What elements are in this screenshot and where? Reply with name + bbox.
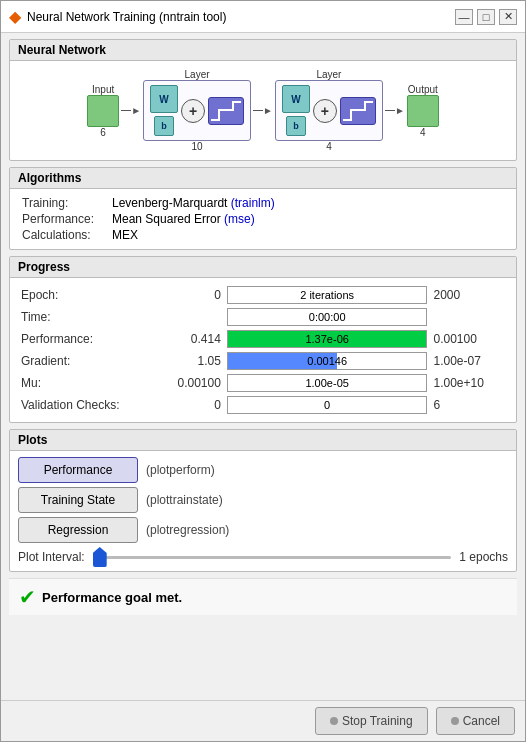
prog-bar-2: 1.37e-06 bbox=[224, 328, 431, 350]
plots-section: Plots Performance (plotperform) Training… bbox=[9, 429, 517, 572]
bias1-box: b bbox=[154, 116, 174, 136]
progress-row: Mu: 0.00100 1.00e-05 1.00e+10 bbox=[18, 372, 508, 394]
prog-bar-3: 0.00146 bbox=[224, 350, 431, 372]
window-title: Neural Network Training (nntrain tool) bbox=[27, 10, 226, 24]
algo-calc-row: Calculations: MEX bbox=[18, 227, 508, 243]
title-bar-left: ◆ Neural Network Training (nntrain tool) bbox=[9, 7, 226, 26]
bottom-bar: Stop Training Cancel bbox=[1, 700, 525, 741]
plot-hint-1: (plottrainstate) bbox=[146, 493, 223, 507]
layer2-label: Layer bbox=[316, 69, 341, 80]
stop-training-button[interactable]: Stop Training bbox=[315, 707, 428, 735]
prog-start-4: 0.00100 bbox=[160, 372, 224, 394]
plot-btn-2[interactable]: Regression bbox=[18, 517, 138, 543]
plot-interval-label: Plot Interval: bbox=[18, 550, 85, 564]
neural-network-diagram: Input 6 ► Layer bbox=[10, 61, 516, 160]
main-window: ◆ Neural Network Training (nntrain tool)… bbox=[0, 0, 526, 742]
maximize-button[interactable]: □ bbox=[477, 9, 495, 25]
layer2-wrapper: W b + bbox=[275, 80, 383, 141]
algo-training-value: Levenberg-Marquardt (trainlm) bbox=[108, 195, 508, 211]
plot-row: Performance (plotperform) bbox=[18, 457, 508, 483]
arrow3: ► bbox=[385, 105, 405, 116]
algorithms-header: Algorithms bbox=[10, 168, 516, 189]
layer1-wb: W b bbox=[150, 85, 178, 136]
prog-label-3: Gradient: bbox=[18, 350, 160, 372]
layer1-label: Layer bbox=[185, 69, 210, 80]
progress-row: Time: 0:00:00 bbox=[18, 306, 508, 328]
plot-btn-0[interactable]: Performance bbox=[18, 457, 138, 483]
weight2-box: W bbox=[282, 85, 310, 113]
prog-end-4: 1.00e+10 bbox=[430, 372, 508, 394]
weight1-box: W bbox=[150, 85, 178, 113]
plots-header: Plots bbox=[10, 430, 516, 451]
prog-label-1: Time: bbox=[18, 306, 160, 328]
matlab-logo-icon: ◆ bbox=[9, 7, 21, 26]
layer1-wrapper: W b + bbox=[143, 80, 251, 141]
algo-perf-label: Performance: bbox=[18, 211, 108, 227]
progress-body: Epoch: 0 2 iterations 2000 Time: 0:00:00… bbox=[10, 278, 516, 422]
prog-end-5: 6 bbox=[430, 394, 508, 416]
activ1-box bbox=[208, 97, 244, 125]
neural-network-section: Neural Network Input 6 ► Layer bbox=[9, 39, 517, 161]
algo-performance-row: Performance: Mean Squared Error (mse) bbox=[18, 211, 508, 227]
minimize-button[interactable]: — bbox=[455, 9, 473, 25]
neural-network-header: Neural Network bbox=[10, 40, 516, 61]
algo-calc-value: MEX bbox=[108, 227, 508, 243]
cancel-button[interactable]: Cancel bbox=[436, 707, 515, 735]
sum2-box: + bbox=[313, 99, 337, 123]
plot-row: Regression (plotregression) bbox=[18, 517, 508, 543]
status-row: ✔ Performance goal met. bbox=[9, 578, 517, 615]
output-label: Output bbox=[408, 84, 438, 95]
plot-interval-slider[interactable] bbox=[93, 549, 452, 565]
arrow1: ► bbox=[121, 105, 141, 116]
output-size: 4 bbox=[420, 127, 426, 138]
arrow2: ► bbox=[253, 105, 273, 116]
prog-bar-5: 0 bbox=[224, 394, 431, 416]
prog-start-3: 1.05 bbox=[160, 350, 224, 372]
input-size: 6 bbox=[100, 127, 106, 138]
slider-thumb bbox=[93, 547, 107, 567]
algorithms-body: Training: Levenberg-Marquardt (trainlm) … bbox=[10, 189, 516, 249]
prog-label-5: Validation Checks: bbox=[18, 394, 160, 416]
progress-row: Epoch: 0 2 iterations 2000 bbox=[18, 284, 508, 306]
algo-perf-value: Mean Squared Error (mse) bbox=[108, 211, 508, 227]
prog-start-1 bbox=[160, 306, 224, 328]
progress-row: Performance: 0.414 1.37e-06 0.00100 bbox=[18, 328, 508, 350]
prog-label-2: Performance: bbox=[18, 328, 160, 350]
prog-bar-1: 0:00:00 bbox=[224, 306, 431, 328]
algorithms-table: Training: Levenberg-Marquardt (trainlm) … bbox=[18, 195, 508, 243]
prog-start-5: 0 bbox=[160, 394, 224, 416]
algo-perf-hint: (mse) bbox=[224, 212, 255, 226]
activ2-box bbox=[340, 97, 376, 125]
progress-table: Epoch: 0 2 iterations 2000 Time: 0:00:00… bbox=[18, 284, 508, 416]
plot-hint-2: (plotregression) bbox=[146, 523, 229, 537]
progress-row: Validation Checks: 0 0 6 bbox=[18, 394, 508, 416]
algo-training-row: Training: Levenberg-Marquardt (trainlm) bbox=[18, 195, 508, 211]
window-body: Neural Network Input 6 ► Layer bbox=[1, 33, 525, 700]
algo-calc-label: Calculations: bbox=[18, 227, 108, 243]
plot-hint-0: (plotperform) bbox=[146, 463, 215, 477]
plot-btn-1[interactable]: Training State bbox=[18, 487, 138, 513]
prog-bar-0: 2 iterations bbox=[224, 284, 431, 306]
input-label: Input bbox=[92, 84, 114, 95]
plot-row: Training State (plottrainstate) bbox=[18, 487, 508, 513]
prog-end-1 bbox=[430, 306, 508, 328]
progress-header: Progress bbox=[10, 257, 516, 278]
stop-dot-icon bbox=[330, 717, 338, 725]
cancel-dot-icon bbox=[451, 717, 459, 725]
status-text: Performance goal met. bbox=[42, 590, 182, 605]
activ2-svg bbox=[341, 98, 375, 124]
title-buttons: — □ ✕ bbox=[455, 9, 517, 25]
algorithms-section: Algorithms Training: Levenberg-Marquardt… bbox=[9, 167, 517, 250]
close-button[interactable]: ✕ bbox=[499, 9, 517, 25]
progress-row: Gradient: 1.05 0.00146 1.00e-07 bbox=[18, 350, 508, 372]
prog-end-3: 1.00e-07 bbox=[430, 350, 508, 372]
algo-training-label: Training: bbox=[18, 195, 108, 211]
layer2-size: 4 bbox=[326, 141, 332, 152]
plot-buttons-container: Performance (plotperform) Training State… bbox=[10, 451, 516, 545]
prog-end-0: 2000 bbox=[430, 284, 508, 306]
prog-end-2: 0.00100 bbox=[430, 328, 508, 350]
algo-training-hint: (trainlm) bbox=[231, 196, 275, 210]
check-icon: ✔ bbox=[19, 585, 36, 609]
layer1-group: Layer W b + bbox=[143, 69, 251, 152]
activ1-svg bbox=[209, 98, 243, 124]
